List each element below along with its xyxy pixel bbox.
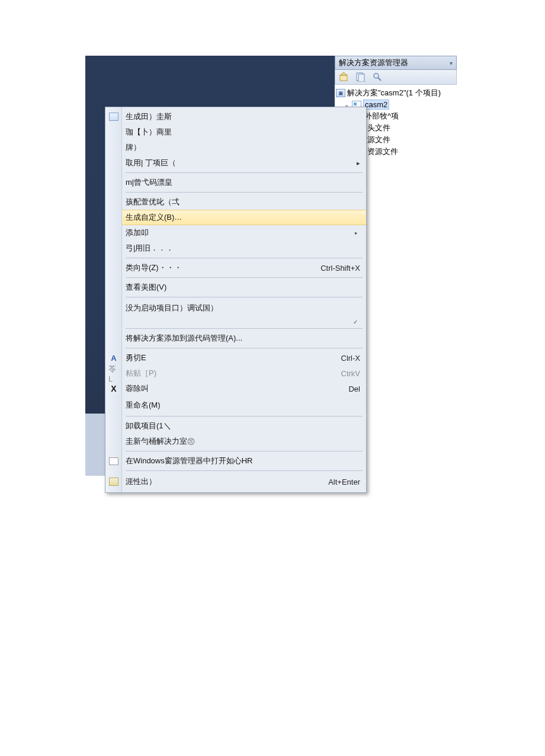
folder-label: 头文件 xyxy=(367,123,390,133)
solution-label: 解决方案"casm2"(1 个项目) xyxy=(347,88,441,98)
menu-shortcut: CtrkV xyxy=(329,369,361,378)
menu-label: 生成自定义(B)… xyxy=(126,212,182,223)
menu-label: 卸载项目(1＼ xyxy=(126,421,171,431)
menu-unload-project[interactable]: 卸载项目(1＼ xyxy=(105,418,366,434)
menu-rebuild[interactable]: 珈【卜）商里 xyxy=(105,124,366,140)
project-context-menu: 生成田）圭斯 珈【卜）商里 牌） 取用| 丁项巨（ m|曾弋码漂皇 孩配萱优叱（… xyxy=(105,107,367,493)
folder-label: 资源文件 xyxy=(367,146,398,157)
menu-build[interactable]: 生成田）圭斯 xyxy=(105,109,366,124)
delete-icon: X xyxy=(108,383,119,394)
svg-marker-1 xyxy=(340,72,347,75)
toolbar-home-icon[interactable] xyxy=(339,72,350,82)
panel-title-text: 解决方案资源管理器 xyxy=(339,57,408,68)
menu-view-diagram[interactable]: 查看美图(V) xyxy=(105,280,366,295)
menu-separator xyxy=(126,328,363,329)
panel-titlebar[interactable]: 解决方案资源管理器 ▾ xyxy=(335,56,457,70)
svg-line-5 xyxy=(378,78,381,81)
menu-label: 添加叩 xyxy=(126,228,149,238)
menu-label: 类向导(Z)・・・ xyxy=(126,262,182,273)
solution-node[interactable]: ▣ 解决方案"casm2"(1 个项目) xyxy=(336,87,456,99)
folder-label: 外部牧^项 xyxy=(364,111,399,121)
menu-references[interactable]: 弓|用旧．．． xyxy=(105,241,366,256)
menu-add[interactable]: 添加叩 xyxy=(105,225,366,241)
toolbar-properties-icon[interactable] xyxy=(372,72,383,82)
menu-label: 没为启动项目口）调试国） xyxy=(126,303,218,313)
menu-shortcut: Alt+Enter xyxy=(316,478,360,486)
menu-shortcut: Ctrl-Shift+X xyxy=(309,264,360,273)
menu-label: 重命名(M) xyxy=(126,400,161,411)
build-icon xyxy=(108,111,119,122)
menu-class-wizard[interactable]: 类向导(Z)・・・ Ctrl-Shift+X xyxy=(105,260,366,276)
menu-label: 勇切E xyxy=(126,353,146,363)
menu-properties[interactable]: 涯性出） Alt+Enter xyxy=(105,473,366,491)
menu-label: 将解决方案添加到源代码管理(A)... xyxy=(126,333,242,344)
menu-project-only[interactable]: 取用| 丁项巨（ xyxy=(105,155,366,171)
menu-label: 圭新勻桶解决力室㊂ xyxy=(126,436,195,447)
folder-open-icon xyxy=(108,456,119,466)
menu-separator xyxy=(126,172,363,173)
menu-separator xyxy=(126,416,363,417)
menu-rename[interactable]: 重命名(M) xyxy=(105,396,366,414)
solution-icon: ▣ xyxy=(336,89,345,97)
menu-separator xyxy=(126,297,363,297)
menu-label: 在Windows窗源管理器中打开如心HR xyxy=(126,456,253,466)
panel-toolbar xyxy=(335,70,457,85)
menu-separator xyxy=(126,470,363,471)
panel-options-chevron-icon[interactable]: ▾ xyxy=(450,60,453,66)
menu-label: 孩配萱优叱（弌 xyxy=(126,197,179,207)
menu-label: 查看美图(V) xyxy=(126,282,166,293)
menu-label: m|曾弋码漂皇 xyxy=(126,177,172,188)
svg-point-4 xyxy=(374,73,379,78)
menu-shortcut: Clrl-X xyxy=(329,354,361,363)
menu-label: 弓|用旧．．． xyxy=(126,243,174,254)
menu-separator xyxy=(126,192,363,193)
menu-label: 牌） xyxy=(126,142,141,153)
menu-paste: 苓L 粘贴［P) CtrkV xyxy=(105,366,366,381)
menu-set-startup[interactable]: 没为启动项目口）调试国） xyxy=(105,299,366,317)
menu-pgo[interactable]: m|曾弋码漂皇 xyxy=(105,175,366,190)
menu-add-to-scc[interactable]: 将解决方案添加到源代码管理(A)... xyxy=(105,331,366,346)
toolbar-showall-icon[interactable] xyxy=(355,72,366,82)
svg-rect-0 xyxy=(340,75,347,81)
folder-label: 源文件 xyxy=(367,134,390,145)
menu-label: 珈【卜）商里 xyxy=(126,127,172,137)
menu-build-customizations[interactable]: 生成自定义(B)… xyxy=(122,210,366,225)
menu-clean[interactable]: 牌） xyxy=(105,140,366,155)
menu-rescan-solution[interactable]: 圭新勻桶解决力室㊂ xyxy=(105,434,366,449)
paste-icon: 苓L xyxy=(108,368,119,379)
menu-label: 粘贴［P) xyxy=(126,368,156,379)
menu-label: 生成田）圭斯 xyxy=(126,111,172,122)
properties-icon xyxy=(108,476,119,487)
menu-separator xyxy=(126,451,363,451)
menu-open-in-explorer[interactable]: 在Windows窗源管理器中打开如心HR xyxy=(105,453,366,469)
menu-separator xyxy=(126,348,363,348)
menu-label: 蓉除叫 xyxy=(126,383,149,394)
editor-corner xyxy=(85,414,105,476)
cut-icon: A xyxy=(108,353,119,363)
menu-label: 取用| 丁项巨（ xyxy=(126,158,176,168)
menu-label: 涯性出） xyxy=(126,476,156,487)
menu-separator xyxy=(126,258,363,258)
menu-separator xyxy=(126,277,363,278)
menu-debug-check[interactable] xyxy=(105,317,366,326)
menu-cut[interactable]: A 勇切E Clrl-X xyxy=(105,350,366,366)
svg-rect-3 xyxy=(358,74,364,82)
project-label: casm2 xyxy=(363,100,389,110)
menu-delete[interactable]: X 蓉除叫 Del xyxy=(105,381,366,396)
menu-build-config[interactable]: 孩配萱优叱（弌 xyxy=(105,194,366,210)
menu-shortcut: Del xyxy=(336,385,360,393)
